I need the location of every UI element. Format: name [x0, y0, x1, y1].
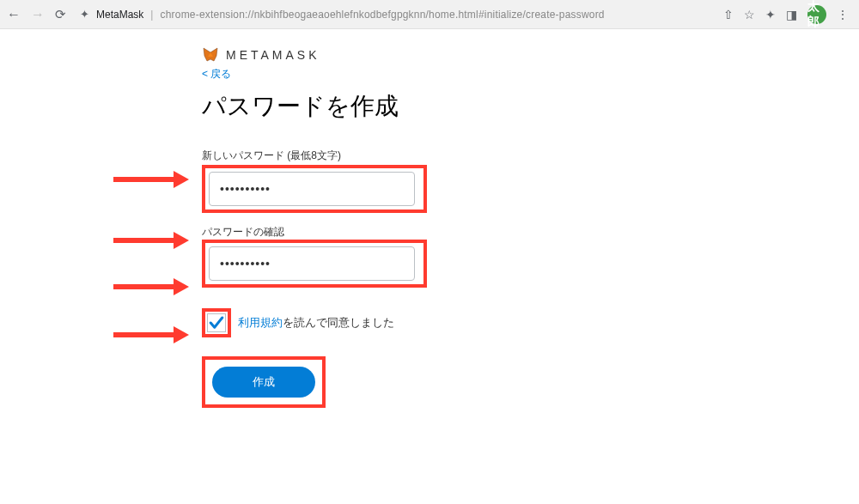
profile-avatar[interactable]: 太郎: [807, 5, 826, 24]
address-bar[interactable]: ✦ MetaMask | chrome-extension://nkbihfbe…: [73, 8, 716, 21]
panel-icon[interactable]: ◨: [786, 8, 797, 21]
menu-icon[interactable]: ⋮: [837, 8, 849, 21]
annotation-arrow-2: [113, 232, 189, 249]
toolbar-right: ⇧ ☆ ✦ ◨ 太郎 ⋮: [723, 5, 852, 24]
share-icon[interactable]: ⇧: [723, 8, 734, 21]
browser-toolbar: ← → ⟳ ✦ MetaMask | chrome-extension://nk…: [0, 0, 859, 29]
highlight-confirm-password: [202, 240, 427, 288]
new-password-input[interactable]: [209, 172, 415, 206]
url-separator: |: [150, 9, 153, 21]
terms-checkbox[interactable]: [207, 313, 226, 332]
page-title: パスワードを作成: [202, 90, 494, 123]
page-body: METAMASK < 戻る パスワードを作成 新しいパスワード (最低8文字) …: [0, 29, 859, 408]
checkmark-icon: [209, 315, 224, 331]
highlight-checkbox: [202, 308, 231, 337]
url-text: chrome-extension://nkbihfbeogaeaoehlefnk…: [160, 9, 604, 21]
back-link[interactable]: < 戻る: [202, 67, 231, 82]
terms-suffix: を読んで同意しました: [283, 316, 394, 329]
terms-link[interactable]: 利用規約: [238, 316, 283, 329]
new-password-label: 新しいパスワード (最低8文字): [202, 149, 494, 163]
highlight-new-password: [202, 165, 427, 213]
confirm-password-input[interactable]: [209, 246, 415, 281]
refresh-icon[interactable]: ⟳: [55, 7, 66, 22]
extension-icon: ✦: [80, 8, 89, 21]
terms-row: 利用規約を読んで同意しました: [202, 308, 494, 337]
metamask-fox-icon: [202, 46, 219, 64]
brand-name: METAMASK: [226, 48, 320, 62]
annotation-arrow-3: [113, 278, 189, 295]
confirm-password-label: パスワードの確認: [202, 225, 494, 240]
forward-arrow-icon[interactable]: →: [31, 7, 45, 22]
annotation-arrow-1: [113, 171, 189, 188]
nav-controls: ← → ⟳: [7, 7, 66, 22]
terms-text: 利用規約を読んで同意しました: [238, 315, 394, 331]
back-arrow-icon[interactable]: ←: [7, 7, 21, 22]
highlight-create-button: 作成: [202, 356, 326, 408]
annotation-arrow-4: [113, 326, 189, 343]
puzzle-icon[interactable]: ✦: [765, 8, 776, 21]
confirm-password-group: パスワードの確認: [202, 225, 494, 288]
create-button[interactable]: 作成: [212, 367, 315, 398]
brand-row: METAMASK: [202, 46, 494, 64]
new-password-group: 新しいパスワード (最低8文字): [202, 149, 494, 213]
main-content: METAMASK < 戻る パスワードを作成 新しいパスワード (最低8文字) …: [202, 46, 494, 408]
site-name: MetaMask: [96, 9, 143, 21]
star-icon[interactable]: ☆: [744, 8, 755, 21]
